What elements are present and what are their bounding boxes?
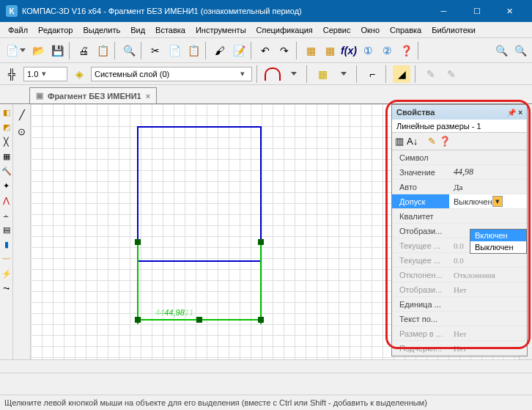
properties-button[interactable]: 📝 — [230, 42, 248, 59]
help-icon[interactable]: ❓ — [439, 136, 451, 147]
main-toolbar: 📄 📂 💾 🖨 📋 🔍 ✂ 📄 📋 🖌 📝 ↶ ↷ ▦ ▦ f(x) ① ② ❓… — [0, 38, 532, 63]
tool-diag[interactable]: ◩ — [1, 120, 12, 133]
style-button[interactable]: ╬ — [3, 65, 21, 83]
griddd-button[interactable] — [334, 65, 352, 83]
tool-bolt[interactable]: ⚡ — [1, 267, 12, 280]
setup-button[interactable]: ✎ — [428, 136, 436, 147]
tool-spline[interactable]: ⤳ — [1, 282, 12, 295]
document-tabs: ▣ Фрагмент БЕЗ ИМЕНИ1 × — [0, 85, 532, 104]
scale-combo[interactable]: 1.0▾ — [23, 67, 67, 81]
layers-button[interactable]: ◈ — [70, 65, 88, 83]
tool-axis[interactable]: ╳ — [1, 135, 12, 148]
fx-button[interactable]: f(x) — [340, 42, 358, 59]
layer-combo[interactable]: Системный слой (0)▾ — [91, 67, 252, 81]
snap-button[interactable] — [264, 65, 281, 83]
save-button[interactable]: 💾 — [48, 42, 66, 59]
menu-tools[interactable]: Инструменты — [191, 23, 251, 37]
menu-spec[interactable]: Спецификация — [251, 23, 318, 37]
sort-button[interactable]: A↓ — [407, 136, 418, 147]
dropdown-option-on[interactable]: Включен — [470, 230, 526, 241]
lower-panel — [0, 373, 532, 395]
tool-block[interactable]: ▮ — [1, 238, 12, 251]
tolerance-row[interactable]: ДопускВыключен ▾ — [392, 194, 527, 209]
left-mini-toolbar: ◧ ◩ ╳ ▦ 🔨 ✦ ⋀ ⫠ ▤ ▮ 〰 ⚡ ⤳ — [0, 104, 13, 359]
close-button[interactable]: ✕ — [493, 0, 526, 22]
dimension-text[interactable]: 4444,9811 — [155, 302, 193, 319]
rectangle-shape[interactable] — [137, 126, 262, 262]
window-title: КОМПАС-3D V16 x64 - Фрагмент БЕЗ ИМЕНИ1 … — [22, 7, 427, 15]
maximize-button[interactable]: ☐ — [460, 0, 493, 22]
circle-tool[interactable]: ⊙ — [15, 124, 29, 139]
print-button[interactable]: 🖨 — [75, 42, 92, 59]
line-tool[interactable]: ╱ — [15, 107, 29, 122]
menu-select[interactable]: Выделить — [78, 23, 125, 37]
app-icon: K — [6, 5, 18, 17]
dropdown-option-off[interactable]: Выключен — [470, 241, 526, 253]
handle[interactable] — [258, 317, 264, 323]
round-button[interactable]: ◢ — [393, 65, 410, 83]
manager-button[interactable]: ▦ — [302, 42, 319, 59]
doc-icon: ▣ — [36, 91, 43, 100]
menu-insert[interactable]: Вставка — [150, 23, 191, 37]
horizontal-scrollbar[interactable] — [0, 359, 532, 373]
minimize-button[interactable]: ─ — [427, 0, 460, 22]
edit2-button[interactable]: ✎ — [443, 65, 460, 83]
pin-icon[interactable]: 📌 × — [507, 109, 522, 117]
tab-close-icon[interactable]: × — [146, 92, 150, 100]
preview-button[interactable]: 📋 — [94, 42, 111, 59]
menu-service[interactable]: Сервис — [318, 23, 356, 37]
tab-label: Фрагмент БЕЗ ИМЕНИ1 — [48, 92, 141, 100]
grid-button[interactable]: ▦ — [314, 65, 331, 83]
help-button[interactable]: ❓ — [397, 42, 415, 59]
tab-fragment[interactable]: ▣ Фрагмент БЕЗ ИМЕНИ1 × — [29, 87, 157, 103]
tool-caliper[interactable]: ⫠ — [1, 208, 12, 222]
n2-button[interactable]: ② — [378, 42, 396, 59]
tool-square[interactable]: ◧ — [1, 106, 12, 119]
open-button[interactable]: 📂 — [29, 42, 47, 59]
handle[interactable] — [135, 239, 141, 245]
menu-file[interactable]: Файл — [3, 23, 33, 37]
handle[interactable] — [135, 317, 141, 323]
properties-toolbar: ▥ A↓ ✎ ❓ — [392, 133, 527, 150]
menu-view[interactable]: Вид — [125, 23, 150, 37]
tool-table[interactable]: ▤ — [1, 223, 12, 236]
dim-extension-1 — [137, 242, 138, 324]
brush-button[interactable]: 🖌 — [211, 42, 229, 59]
new-button[interactable]: 📄 — [3, 42, 28, 59]
left-toolbar: ╱ ⊙ — [13, 104, 31, 359]
tool-hammer[interactable]: 🔨 — [1, 164, 12, 177]
undo-button[interactable]: ↶ — [256, 42, 274, 59]
handle[interactable] — [196, 317, 202, 323]
zoom-page-button[interactable]: 🔍 — [120, 42, 138, 59]
zoom-in-button[interactable]: 🔍 — [492, 42, 510, 59]
tool-grid[interactable]: ▦ — [1, 150, 12, 163]
status-bar: Щелкните левой кнопкой мыши на объекте д… — [0, 395, 532, 410]
copy-button[interactable]: 📄 — [166, 42, 183, 59]
tool-wave[interactable]: 〰 — [1, 252, 12, 266]
n1-button[interactable]: ① — [359, 42, 377, 59]
titlebar: K КОМПАС-3D V16 x64 - Фрагмент БЕЗ ИМЕНИ… — [0, 0, 532, 22]
menu-help[interactable]: Справка — [385, 23, 426, 37]
paste-button[interactable]: 📋 — [185, 42, 202, 59]
tolerance-dropdown[interactable]: Включен Выключен — [470, 229, 527, 254]
content-area: ◧ ◩ ╳ ▦ 🔨 ✦ ⋀ ⫠ ▤ ▮ 〰 ⚡ ⤳ ╱ ⊙ 4444,9811 … — [0, 104, 532, 359]
snapdd-button[interactable] — [284, 65, 302, 83]
vars-button[interactable]: ▦ — [321, 42, 339, 59]
redo-button[interactable]: ↷ — [276, 42, 293, 59]
menubar: Файл Редактор Выделить Вид Вставка Инстр… — [0, 22, 532, 38]
menu-window[interactable]: Окно — [355, 23, 385, 37]
status-text: Щелкните левой кнопкой мыши на объекте д… — [4, 398, 427, 407]
edit-button[interactable]: ✎ — [422, 65, 440, 83]
menu-edit[interactable]: Редактор — [33, 23, 78, 37]
dim-extension-2 — [260, 242, 262, 324]
cat-button[interactable]: ▥ — [395, 136, 404, 147]
zoom-fit-button[interactable]: 🔍 — [511, 42, 529, 59]
ortho-button[interactable]: ⌐ — [363, 65, 381, 83]
properties-title[interactable]: Свойства 📌 × — [392, 105, 527, 120]
cut-button[interactable]: ✂ — [147, 42, 164, 59]
tool-xyz[interactable]: ✦ — [1, 179, 12, 192]
tool-angle[interactable]: ⋀ — [1, 194, 12, 207]
handle[interactable] — [258, 239, 264, 245]
menu-libs[interactable]: Библиотеки — [426, 23, 481, 37]
properties-object: Линейные размеры - 1 — [392, 120, 527, 133]
